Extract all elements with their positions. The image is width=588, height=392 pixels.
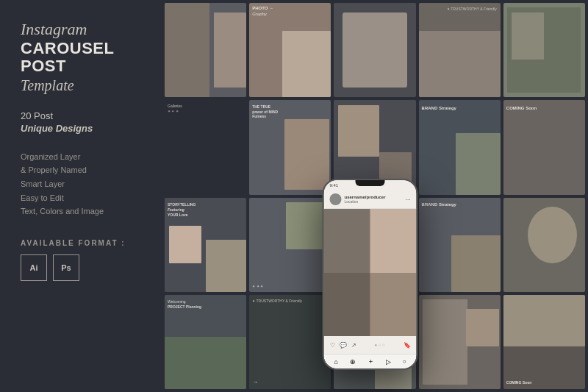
feature-item-1: Organized Layer — [21, 150, 141, 164]
heart-icon[interactable]: ♡ — [330, 342, 335, 349]
format-badges: Ai Ps — [21, 254, 141, 281]
home-nav-icon[interactable]: ⌂ — [334, 358, 337, 366]
trustworthy-label-2: ✦ TRUSTWORTHY & Friendly — [252, 299, 302, 303]
preview-cell-5 — [503, 3, 585, 97]
reels-nav-icon[interactable]: ▷ — [386, 358, 391, 366]
preview-cell-10: COMING Soon — [503, 100, 585, 194]
left-panel: Instagram CAROUSEL POST Template 20 Post… — [0, 0, 162, 392]
the-true-label: THE TRUE power of MIND Fulness — [252, 104, 278, 119]
add-nav-icon[interactable]: ＋ — [368, 357, 374, 366]
phone-screen: 9:41 username/producer Location ··· — [324, 180, 417, 368]
brand-strategy-label-2: BRAND Strategy — [422, 202, 456, 207]
phone-overlay: 9:41 username/producer Location ··· — [323, 179, 418, 370]
preview-cell-4: ✦ TRUSTWORTHY & Friendly — [419, 3, 501, 97]
preview-cell-17: ✦ TRUSTWORTHY & Friendly → — [249, 295, 331, 389]
avatar — [330, 193, 342, 205]
storytelling-label: STORYTELLING Featuring YOUR Love — [168, 202, 196, 218]
preview-cell-9: BRAND Strategy — [419, 100, 501, 194]
phone-content — [324, 209, 417, 336]
phone-img-block-4 — [370, 273, 417, 337]
ps-badge: Ps — [53, 254, 79, 281]
title-instagram: Instagram — [21, 21, 141, 38]
phone-bottom-nav: ⌂ ⊕ ＋ ▷ ○ — [324, 354, 417, 368]
share-icon[interactable]: ↗ — [351, 342, 356, 349]
preview-cell-7: THE TRUE power of MIND Fulness — [249, 100, 331, 194]
ai-badge: Ai — [21, 254, 47, 281]
preview-cell-1 — [165, 3, 246, 97]
instagram-location: Location — [345, 199, 386, 204]
title-carousel: CAROUSEL POST — [21, 40, 141, 75]
galleries-label-1: Galleries — [168, 104, 182, 108]
right-panel: PHOTO → Graphy. ✦ TRUSTWORTHY & Friendly… — [162, 0, 588, 392]
preview-cell-12: ✦ ✦ ✦ — [249, 198, 331, 292]
preview-cell-2: PHOTO → Graphy. — [249, 3, 331, 97]
phone-notch — [356, 180, 385, 186]
available-format-label: AVAILABLE FORMAT : — [21, 239, 141, 247]
coming-soon-label-2: COMING Soon — [506, 380, 531, 385]
search-nav-icon[interactable]: ⊕ — [350, 358, 356, 366]
unique-designs: Unique Designs — [21, 123, 141, 134]
photography-label: Graphy. — [252, 12, 268, 16]
preview-cell-3 — [334, 3, 415, 97]
trustworthy-label-1: ✦ TRUSTWORTHY & Friendly — [447, 7, 497, 11]
preview-cell-11: STORYTELLING Featuring YOUR Love — [165, 198, 246, 292]
phone-img-block-1 — [324, 209, 370, 273]
feature-item-5: Text, Colors and Image — [21, 204, 141, 218]
feature-item-3: Smart Layer — [21, 177, 141, 191]
features-list: Organized Layer & Properly Named Smart L… — [21, 150, 141, 218]
phone-img-block-2 — [370, 209, 417, 273]
comment-icon[interactable]: 💬 — [340, 342, 347, 349]
profile-nav-icon[interactable]: ○ — [403, 358, 406, 365]
preview-cell-15 — [503, 198, 585, 292]
feature-item-4: Easy to Edit — [21, 191, 141, 205]
coming-soon-label-1: COMING Soon — [506, 106, 537, 110]
post-count: 20 Post — [21, 110, 141, 121]
bookmark-icon[interactable]: 🔖 — [404, 342, 411, 349]
preview-cell-6: Galleries ✦ ✦ ✦ — [165, 100, 246, 194]
preview-cell-20: COMING Soon — [503, 295, 585, 389]
brand-strategy-label-1: BRAND Strategy — [422, 106, 456, 110]
feature-item-2: & Properly Named — [21, 163, 141, 177]
photo-label: PHOTO → — [252, 6, 273, 10]
preview-cell-14: BRAND Strategy — [419, 198, 501, 292]
phone-frame: 9:41 username/producer Location ··· — [323, 179, 418, 370]
preview-cell-16: Welcoming PROJECT Planning — [165, 295, 246, 389]
more-icon[interactable]: ··· — [406, 196, 411, 203]
title-template: Template — [21, 77, 141, 94]
instagram-header: username/producer Location ··· — [324, 190, 417, 209]
phone-img-block-3 — [324, 273, 370, 337]
preview-cell-19 — [419, 295, 501, 389]
phone-actions: ♡ 💬 ↗ ● ○ ○ 🔖 — [324, 336, 417, 354]
dots-indicator: ● ○ ○ — [374, 343, 384, 347]
